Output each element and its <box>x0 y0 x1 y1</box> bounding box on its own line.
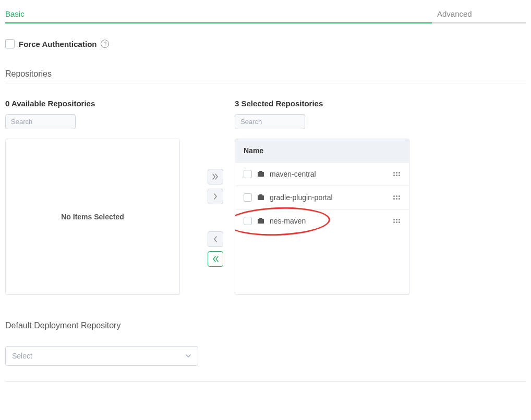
row-checkbox[interactable] <box>244 193 252 202</box>
svg-rect-1 <box>259 171 262 172</box>
move-right-button[interactable] <box>208 189 223 204</box>
available-search-input[interactable] <box>5 114 76 129</box>
selected-count-label: 3 Selected Repositories <box>235 99 409 108</box>
force-auth-label: Force Authentication <box>19 40 96 48</box>
chevron-down-icon <box>185 353 191 359</box>
table-row[interactable]: gradle-plugin-portal <box>235 186 409 209</box>
available-count-label: 0 Available Repositories <box>5 99 196 108</box>
repositories-section-title: Repositories <box>5 69 526 83</box>
help-icon[interactable]: ? <box>101 40 109 48</box>
force-auth-checkbox[interactable] <box>5 39 15 48</box>
drag-handle-icon[interactable] <box>393 170 401 178</box>
repository-icon <box>257 217 264 225</box>
row-name: nes-maven <box>270 217 388 225</box>
select-placeholder: Select <box>12 352 32 360</box>
svg-rect-0 <box>258 172 264 177</box>
available-empty-message: No Items Selected <box>6 139 179 294</box>
table-row[interactable]: maven-central <box>235 162 409 186</box>
row-name: maven-central <box>270 170 388 178</box>
default-deploy-label: Default Deployment Repository <box>5 321 526 330</box>
move-all-right-button[interactable] <box>208 169 223 184</box>
svg-rect-4 <box>258 219 264 224</box>
drag-handle-icon[interactable] <box>393 217 401 225</box>
selected-search-input[interactable] <box>235 114 305 129</box>
drag-handle-icon[interactable] <box>393 194 401 201</box>
divider <box>5 381 526 382</box>
available-listbox: No Items Selected <box>5 139 180 295</box>
default-deploy-select[interactable]: Select <box>5 346 198 366</box>
chevron-left-icon <box>212 236 219 243</box>
chevron-double-left-icon <box>212 255 219 263</box>
table-row[interactable]: nes-maven <box>235 209 409 232</box>
move-all-left-button[interactable] <box>208 251 223 267</box>
svg-rect-3 <box>259 194 262 196</box>
svg-rect-2 <box>258 195 264 200</box>
svg-rect-5 <box>259 218 262 219</box>
selected-list-header: Name <box>235 139 409 162</box>
row-checkbox[interactable] <box>244 217 252 225</box>
tab-basic[interactable]: Basic <box>5 5 432 23</box>
row-name: gradle-plugin-portal <box>270 193 388 202</box>
tab-advanced[interactable]: Advanced <box>432 5 526 23</box>
chevron-right-icon <box>212 193 219 200</box>
chevron-double-right-icon <box>212 173 219 180</box>
repository-icon <box>257 194 264 201</box>
row-checkbox[interactable] <box>244 170 252 178</box>
selected-listbox: Name maven-central gradle-plugin-portal <box>235 139 409 295</box>
repository-icon <box>257 170 264 178</box>
move-left-button[interactable] <box>208 231 223 247</box>
